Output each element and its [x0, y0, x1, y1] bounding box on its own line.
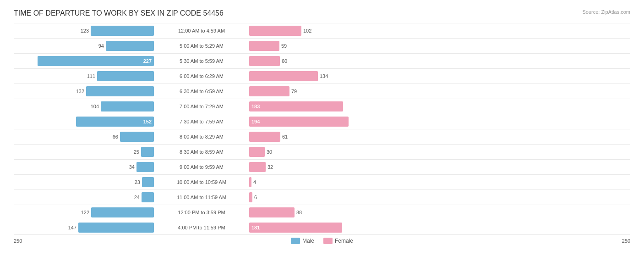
left-bar-wrap: 147: [14, 223, 154, 233]
left-section: 147: [14, 223, 156, 233]
legend-female: Female: [323, 238, 353, 244]
female-value-outside: 88: [296, 210, 302, 215]
table-row: 227 5:30 AM to 5:59 AM 60: [14, 53, 630, 68]
female-bar: 181: [249, 223, 342, 233]
time-label: 8:00 AM to 8:29 AM: [156, 134, 247, 139]
female-bar: 183: [249, 101, 343, 111]
left-section: 152: [14, 117, 156, 127]
male-bar: [97, 71, 154, 81]
table-row: 111 6:00 AM to 6:29 AM 134: [14, 68, 630, 84]
male-value-outside: 24: [134, 195, 140, 200]
male-bar: [120, 132, 154, 142]
table-row: 34 9:00 AM to 9:59 AM 32: [14, 159, 630, 174]
male-value-outside: 123: [81, 28, 89, 33]
male-swatch: [291, 238, 300, 244]
female-value-outside: 134: [320, 73, 328, 79]
male-value-outside: 147: [68, 225, 76, 230]
male-value-outside: 111: [87, 73, 95, 79]
left-bar-wrap: 66: [14, 132, 154, 142]
female-value-inside: 181: [251, 225, 260, 230]
table-row: 23 10:00 AM to 10:59 AM 4: [14, 174, 630, 189]
right-section: 60: [247, 56, 630, 66]
male-bar: [91, 207, 154, 217]
legend-items: Male Female: [291, 238, 353, 244]
left-section: 122: [14, 207, 156, 217]
source-label: Source: ZipAtlas.com: [582, 9, 630, 15]
time-label: 8:30 AM to 8:59 AM: [156, 149, 247, 155]
male-bar: [101, 101, 154, 111]
table-row: 132 6:30 AM to 6:59 AM 79: [14, 84, 630, 99]
left-section: 94: [14, 41, 156, 51]
right-bar-wrap: 30: [249, 147, 630, 157]
left-bar-wrap: 132: [14, 86, 154, 96]
male-value-outside: 66: [113, 134, 118, 139]
right-bar-wrap: 134: [249, 71, 630, 81]
right-section: 4: [247, 177, 630, 187]
time-label: 5:30 AM to 5:59 AM: [156, 58, 247, 64]
female-bar: [249, 132, 280, 142]
left-bar-wrap: 23: [14, 177, 154, 187]
female-value-outside: 59: [281, 43, 287, 49]
male-bar: [91, 26, 154, 36]
table-row: 122 12:00 PM to 3:59 PM 88: [14, 205, 630, 220]
right-section: 61: [247, 132, 630, 142]
left-section: 25: [14, 147, 156, 157]
male-value-outside: 122: [81, 210, 89, 215]
left-bar-wrap: 25: [14, 147, 154, 157]
table-row: 94 5:00 AM to 5:29 AM 59: [14, 38, 630, 53]
female-value-outside: 6: [254, 195, 257, 200]
chart-title: TIME OF DEPARTURE TO WORK BY SEX IN ZIP …: [14, 9, 630, 17]
right-bar-wrap: 79: [249, 86, 630, 96]
left-bar-wrap: 34: [14, 162, 154, 172]
right-section: 102: [247, 26, 630, 36]
female-value-inside: 183: [251, 104, 260, 109]
right-section: 6: [247, 192, 630, 202]
right-section: 194: [247, 117, 630, 127]
female-bar: [249, 207, 295, 217]
left-bar-wrap: 152: [14, 117, 154, 127]
female-bar: 194: [249, 117, 349, 127]
male-value-outside: 25: [134, 149, 139, 155]
right-bar-wrap: 88: [249, 207, 630, 217]
table-row: 66 8:00 AM to 8:29 AM 61: [14, 129, 630, 144]
time-label: 9:00 AM to 9:59 AM: [156, 164, 247, 170]
female-bar: [249, 26, 301, 36]
male-value-inside: 227: [143, 58, 152, 64]
right-bar-wrap: 59: [249, 41, 630, 51]
right-section: 32: [247, 162, 630, 172]
axis-label-left: 250: [14, 238, 22, 244]
left-bar-wrap: 24: [14, 192, 154, 202]
female-bar: [249, 192, 252, 202]
female-value-outside: 79: [291, 89, 297, 94]
right-bar-wrap: 6: [249, 192, 630, 202]
time-label: 12:00 PM to 3:59 PM: [156, 210, 247, 215]
time-label: 7:00 AM to 7:29 AM: [156, 104, 247, 109]
right-bar-wrap: 4: [249, 177, 630, 187]
right-bar-wrap: 194: [249, 117, 630, 127]
left-section: 111: [14, 71, 156, 81]
male-bar: [78, 223, 154, 233]
male-bar: [141, 147, 154, 157]
left-bar-wrap: 111: [14, 71, 154, 81]
left-section: 123: [14, 26, 156, 36]
male-label: Male: [302, 238, 314, 244]
right-bar-wrap: 181: [249, 223, 630, 233]
time-label: 7:30 AM to 7:59 AM: [156, 119, 247, 124]
table-row: 152 7:30 AM to 7:59 AM 194: [14, 114, 630, 129]
female-label: Female: [335, 238, 353, 244]
left-section: 23: [14, 177, 156, 187]
time-label: 11:00 AM to 11:59 AM: [156, 195, 247, 200]
left-section: 132: [14, 86, 156, 96]
female-bar: [249, 177, 251, 187]
time-label: 12:00 AM to 4:59 AM: [156, 28, 247, 33]
chart-container: TIME OF DEPARTURE TO WORK BY SEX IN ZIP …: [0, 0, 644, 273]
right-section: 134: [247, 71, 630, 81]
left-bar-wrap: 122: [14, 207, 154, 217]
right-section: 183: [247, 101, 630, 111]
left-bar-wrap: 123: [14, 26, 154, 36]
male-bar: 227: [38, 56, 154, 66]
male-value-outside: 94: [98, 43, 104, 49]
right-bar-wrap: 61: [249, 132, 630, 142]
female-value-outside: 61: [282, 134, 288, 139]
table-row: 147 4:00 PM to 11:59 PM 181: [14, 220, 630, 235]
